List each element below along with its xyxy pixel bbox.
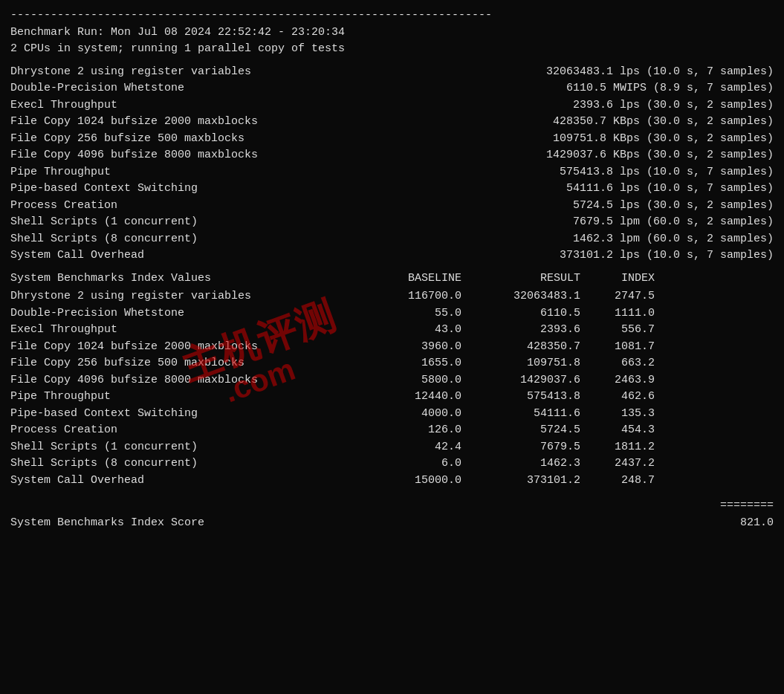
index-row-name: Process Creation bbox=[10, 422, 330, 439]
benchmark-run-line: Benchmark Run: Mon Jul 08 2024 22:52:42 … bbox=[10, 25, 774, 42]
index-row-index: 135.3 bbox=[580, 406, 655, 423]
index-row-cols: 55.06110.51111.0 bbox=[343, 305, 774, 322]
index-table-header: System Benchmarks Index ValuesBASELINERE… bbox=[10, 270, 774, 288]
raw-result-name: Shell Scripts (1 concurrent) bbox=[10, 214, 330, 231]
raw-result-name: Dhrystone 2 using register variables bbox=[10, 64, 330, 81]
index-row-baseline: 15000.0 bbox=[343, 473, 461, 490]
raw-result-row: Execl Throughput 2393.6 lps (30.0 s, 2 s… bbox=[10, 97, 774, 114]
index-row-name: Shell Scripts (1 concurrent) bbox=[10, 439, 330, 456]
index-table-row: File Copy 256 bufsize 500 maxblocks1655.… bbox=[10, 355, 774, 372]
index-row-cols: 126.05724.5454.3 bbox=[343, 422, 774, 439]
raw-result-row: File Copy 256 bufsize 500 maxblocks 1097… bbox=[10, 131, 774, 148]
index-row-result: 6110.5 bbox=[461, 305, 580, 322]
index-row-index: 663.2 bbox=[580, 355, 655, 372]
raw-result-name: Shell Scripts (8 concurrent) bbox=[10, 231, 330, 248]
index-row-index: 2437.2 bbox=[580, 455, 655, 473]
index-row-name: Shell Scripts (8 concurrent) bbox=[10, 455, 330, 473]
index-row-name: File Copy 4096 bufsize 8000 maxblocks bbox=[10, 372, 330, 389]
index-row-cols: 5800.01429037.62463.9 bbox=[343, 372, 774, 389]
raw-result-name: Double-Precision Whetstone bbox=[10, 80, 330, 97]
index-row-name: Pipe Throughput bbox=[10, 389, 330, 406]
index-row-index: 454.3 bbox=[580, 422, 655, 439]
index-row-result: 575413.8 bbox=[461, 389, 580, 406]
index-table-section: System Benchmarks Index ValuesBASELINERE… bbox=[10, 270, 774, 490]
index-row-name: Double-Precision Whetstone bbox=[10, 305, 330, 322]
index-row-cols: 116700.032063483.12747.5 bbox=[343, 288, 774, 305]
index-row-baseline: 43.0 bbox=[343, 322, 461, 339]
index-row-result: 32063483.1 bbox=[461, 288, 580, 305]
index-row-baseline: 6.0 bbox=[343, 455, 461, 473]
index-row-baseline: 5800.0 bbox=[343, 372, 461, 389]
index-row-cols: 15000.0373101.2248.7 bbox=[343, 473, 774, 490]
raw-result-value: 575413.8 lps (10.0 s, 7 samples) bbox=[343, 164, 774, 181]
raw-result-row: Pipe Throughput 575413.8 lps (10.0 s, 7 … bbox=[10, 164, 774, 181]
index-row-baseline: 4000.0 bbox=[343, 406, 461, 423]
raw-result-value: 373101.2 lps (10.0 s, 7 samples) bbox=[343, 247, 774, 265]
raw-result-row: Double-Precision Whetstone 6110.5 MWIPS … bbox=[10, 80, 774, 97]
index-row-index: 2747.5 bbox=[580, 288, 655, 305]
index-row-name: Pipe-based Context Switching bbox=[10, 406, 330, 423]
raw-result-value: 54111.6 lps (10.0 s, 7 samples) bbox=[343, 181, 774, 198]
index-row-baseline: 3960.0 bbox=[343, 339, 461, 356]
index-row-cols: 1655.0109751.8663.2 bbox=[343, 355, 774, 372]
col-header-baseline: BASELINE bbox=[343, 270, 461, 288]
index-table-row: Dhrystone 2 using register variables1167… bbox=[10, 288, 774, 305]
index-row-name: File Copy 256 bufsize 500 maxblocks bbox=[10, 355, 330, 372]
index-table-row: Process Creation126.05724.5454.3 bbox=[10, 422, 774, 439]
raw-result-row: File Copy 1024 bufsize 2000 maxblocks 42… bbox=[10, 114, 774, 131]
index-row-baseline: 126.0 bbox=[343, 422, 461, 439]
raw-result-value: 109751.8 KBps (30.0 s, 2 samples) bbox=[343, 131, 774, 148]
index-table-row: File Copy 1024 bufsize 2000 maxblocks396… bbox=[10, 339, 774, 356]
index-table-row: Pipe Throughput12440.0575413.8462.6 bbox=[10, 389, 774, 406]
index-row-name: Dhrystone 2 using register variables bbox=[10, 288, 330, 305]
raw-result-value: 2393.6 lps (30.0 s, 2 samples) bbox=[343, 97, 774, 114]
col-header-result: RESULT bbox=[461, 270, 580, 288]
raw-result-name: System Call Overhead bbox=[10, 247, 330, 265]
cpu-info-line: 2 CPUs in system; running 1 parallel cop… bbox=[10, 41, 774, 58]
index-row-index: 1081.7 bbox=[580, 339, 655, 356]
score-row: System Benchmarks Index Score821.0 bbox=[10, 515, 774, 532]
raw-result-name: File Copy 256 bufsize 500 maxblocks bbox=[10, 131, 330, 148]
score-section: ========System Benchmarks Index Score821… bbox=[10, 498, 774, 531]
raw-result-name: File Copy 1024 bufsize 2000 maxblocks bbox=[10, 114, 330, 131]
raw-result-name: File Copy 4096 bufsize 8000 maxblocks bbox=[10, 147, 330, 164]
col-header-index: INDEX bbox=[580, 270, 655, 288]
score-value: 821.0 bbox=[699, 515, 774, 532]
index-table-row: System Call Overhead15000.0373101.2248.7 bbox=[10, 473, 774, 490]
raw-result-value: 1462.3 lpm (60.0 s, 2 samples) bbox=[343, 231, 774, 248]
index-header-name: System Benchmarks Index Values bbox=[10, 270, 330, 288]
index-row-baseline: 1655.0 bbox=[343, 355, 461, 372]
index-row-result: 109751.8 bbox=[461, 355, 580, 372]
index-row-baseline: 116700.0 bbox=[343, 288, 461, 305]
index-row-index: 248.7 bbox=[580, 473, 655, 490]
index-table-row: Execl Throughput43.02393.6556.7 bbox=[10, 322, 774, 339]
raw-result-row: Shell Scripts (1 concurrent) 7679.5 lpm … bbox=[10, 214, 774, 231]
index-row-baseline: 42.4 bbox=[343, 439, 461, 456]
raw-result-row: Process Creation 5724.5 lps (30.0 s, 2 s… bbox=[10, 198, 774, 215]
index-row-result: 428350.7 bbox=[461, 339, 580, 356]
raw-results-section: Dhrystone 2 using register variables 320… bbox=[10, 64, 774, 265]
index-row-cols: 4000.054111.6135.3 bbox=[343, 406, 774, 423]
index-row-cols: 43.02393.6556.7 bbox=[343, 322, 774, 339]
index-row-index: 462.6 bbox=[580, 389, 655, 406]
raw-result-value: 6110.5 MWIPS (8.9 s, 7 samples) bbox=[343, 80, 774, 97]
index-row-name: System Call Overhead bbox=[10, 473, 330, 490]
raw-result-name: Execl Throughput bbox=[10, 97, 330, 114]
raw-result-row: System Call Overhead 373101.2 lps (10.0 … bbox=[10, 247, 774, 265]
raw-result-value: 5724.5 lps (30.0 s, 2 samples) bbox=[343, 198, 774, 215]
index-table-row: Shell Scripts (1 concurrent)42.47679.518… bbox=[10, 439, 774, 456]
score-label: System Benchmarks Index Score bbox=[10, 515, 204, 532]
index-row-result: 2393.6 bbox=[461, 322, 580, 339]
raw-result-row: File Copy 4096 bufsize 8000 maxblocks 14… bbox=[10, 147, 774, 164]
raw-result-value: 1429037.6 KBps (30.0 s, 2 samples) bbox=[343, 147, 774, 164]
raw-result-row: Dhrystone 2 using register variables 320… bbox=[10, 64, 774, 81]
index-table-row: Pipe-based Context Switching4000.054111.… bbox=[10, 406, 774, 423]
index-row-result: 54111.6 bbox=[461, 406, 580, 423]
index-header-cols: BASELINERESULTINDEX bbox=[343, 270, 774, 288]
index-row-result: 1429037.6 bbox=[461, 372, 580, 389]
index-row-cols: 6.01462.32437.2 bbox=[343, 455, 774, 473]
index-row-baseline: 55.0 bbox=[343, 305, 461, 322]
index-row-cols: 12440.0575413.8462.6 bbox=[343, 389, 774, 406]
raw-result-row: Pipe-based Context Switching 54111.6 lps… bbox=[10, 181, 774, 198]
raw-result-name: Pipe Throughput bbox=[10, 164, 330, 181]
